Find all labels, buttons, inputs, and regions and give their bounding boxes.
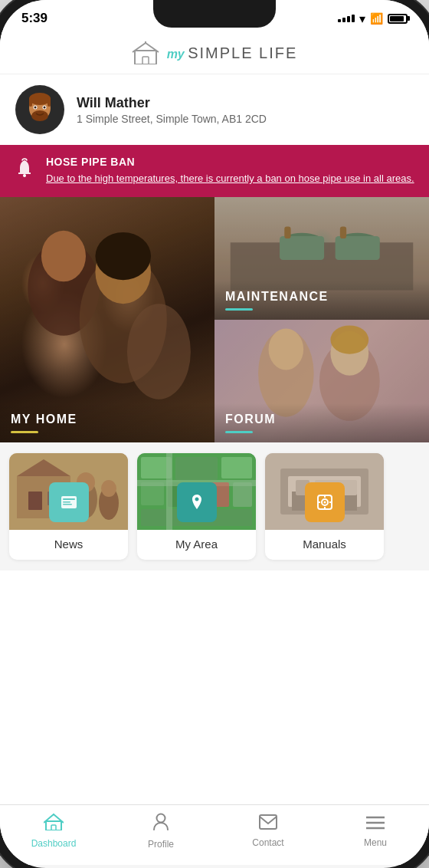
app-header: my SIMPLE LIFE: [0, 31, 429, 74]
forum-overlay: FORUM: [215, 403, 429, 442]
news-label: News: [9, 530, 128, 560]
svg-point-5: [29, 93, 51, 105]
alert-title: HOSE PIPE BAN: [46, 156, 414, 168]
alert-text-part1: Due to the high temperatures, there is c…: [46, 173, 374, 184]
maintenance-label: MAINTENANCE: [225, 290, 418, 304]
svg-rect-49: [63, 501, 70, 503]
app-content: my SIMPLE LIFE: [0, 31, 429, 865]
svg-rect-54: [221, 457, 252, 478]
svg-rect-50: [63, 504, 72, 505]
my-area-badge: [177, 482, 217, 522]
alert-bell-icon: [14, 157, 35, 183]
user-profile-bar: Will Mather 1 Simple Street, Simple Town…: [0, 74, 429, 145]
alert-content: HOSE PIPE BAN Due to the high temperatur…: [46, 156, 414, 186]
logo-my: my: [167, 48, 185, 61]
signal-icon: [338, 15, 355, 22]
main-tiles: MY HOME: [0, 197, 429, 442]
svg-point-11: [44, 107, 46, 109]
my-area-icon: [188, 493, 206, 511]
news-badge: [49, 482, 89, 522]
dashboard-nav-label: Dashboard: [31, 838, 77, 849]
shortcut-card-news[interactable]: News: [9, 453, 128, 560]
svg-rect-73: [324, 495, 326, 498]
svg-rect-60: [166, 453, 172, 530]
alert-text: Due to the high temperatures, there is c…: [46, 171, 414, 186]
manuals-icon: [316, 493, 334, 511]
menu-icon: [366, 814, 385, 834]
svg-rect-78: [51, 825, 56, 830]
main-scroll: Will Mather 1 Simple Street, Simple Town…: [0, 74, 429, 804]
manuals-card-img: [265, 453, 384, 530]
nav-profile[interactable]: Profile: [107, 813, 215, 850]
logo-house-icon: [132, 41, 159, 64]
profile-icon: [152, 813, 169, 836]
profile-nav-label: Profile: [148, 839, 174, 850]
house-nav-icon: [44, 814, 64, 830]
bottom-nav: Dashboard Profile: [0, 804, 429, 865]
wifi-icon: ▾: [359, 12, 365, 26]
avatar: [15, 85, 64, 134]
user-address: 1 Simple Street, Simple Town, AB1 2CD: [77, 113, 267, 125]
phone-notch: [153, 0, 276, 28]
tile-my-home[interactable]: MY HOME: [0, 197, 215, 442]
nav-menu[interactable]: Menu: [322, 814, 429, 848]
manuals-label: Manuals: [265, 530, 384, 560]
svg-point-80: [157, 814, 165, 823]
alert-banner: HOSE PIPE BAN Due to the high temperatur…: [0, 145, 429, 197]
shortcut-cards: News: [0, 442, 429, 570]
bars-nav-icon: [366, 816, 385, 830]
manuals-badge: [305, 482, 345, 522]
dashboard-icon: [44, 814, 64, 835]
menu-nav-label: Menu: [364, 837, 387, 848]
status-time: 5:39: [21, 11, 47, 26]
wifi-symbol: 📶: [370, 12, 383, 25]
my-home-overlay: MY HOME: [0, 403, 215, 442]
contact-nav-label: Contact: [252, 837, 283, 848]
envelope-nav-icon: [259, 814, 277, 830]
forum-underline: [225, 431, 253, 433]
my-home-label: MY HOME: [11, 413, 204, 426]
logo-text: my SIMPLE LIFE: [167, 44, 298, 62]
svg-point-10: [34, 107, 37, 109]
svg-point-13: [23, 174, 26, 177]
svg-point-12: [31, 110, 48, 121]
nav-dashboard[interactable]: Dashboard: [0, 814, 107, 849]
svg-rect-81: [260, 815, 277, 829]
svg-rect-48: [63, 498, 75, 500]
svg-rect-74: [324, 507, 326, 509]
forum-label: FORUM: [225, 413, 418, 426]
logo: my SIMPLE LIFE: [132, 41, 298, 64]
user-name: Will Mather: [77, 95, 267, 111]
avatar-illustration: [17, 87, 63, 133]
svg-rect-75: [318, 501, 320, 503]
svg-rect-53: [175, 457, 218, 480]
tile-maintenance[interactable]: MAINTENANCE: [215, 197, 429, 320]
maintenance-underline: [225, 308, 253, 311]
shortcut-card-manuals[interactable]: Manuals: [265, 453, 384, 560]
my-area-card-img: [137, 453, 256, 530]
user-info: Will Mather 1 Simple Street, Simple Town…: [77, 95, 267, 125]
svg-rect-2: [142, 57, 149, 64]
shortcut-card-my-area[interactable]: My Area: [137, 453, 256, 560]
svg-rect-6: [29, 97, 32, 107]
contact-icon: [259, 814, 277, 834]
my-home-underline: [11, 431, 38, 433]
person-nav-icon: [152, 813, 169, 831]
phone-frame: 5:39 ▾ 📶: [0, 0, 429, 868]
svg-rect-0: [135, 51, 156, 64]
news-icon: [60, 493, 78, 511]
my-area-label: My Area: [137, 530, 256, 560]
nav-contact[interactable]: Contact: [215, 814, 322, 848]
logo-simple-life: SIMPLE LIFE: [188, 44, 297, 61]
status-icons: ▾ 📶: [338, 12, 408, 26]
news-card-img: [9, 453, 128, 530]
svg-rect-7: [47, 97, 51, 107]
svg-rect-77: [46, 821, 61, 830]
svg-point-72: [323, 501, 326, 503]
svg-rect-76: [329, 501, 332, 503]
battery-icon: [388, 14, 408, 24]
alert-text-highlight: all areas.: [374, 173, 414, 184]
tile-forum[interactable]: FORUM: [215, 320, 429, 442]
maintenance-overlay: MAINTENANCE: [215, 281, 429, 320]
